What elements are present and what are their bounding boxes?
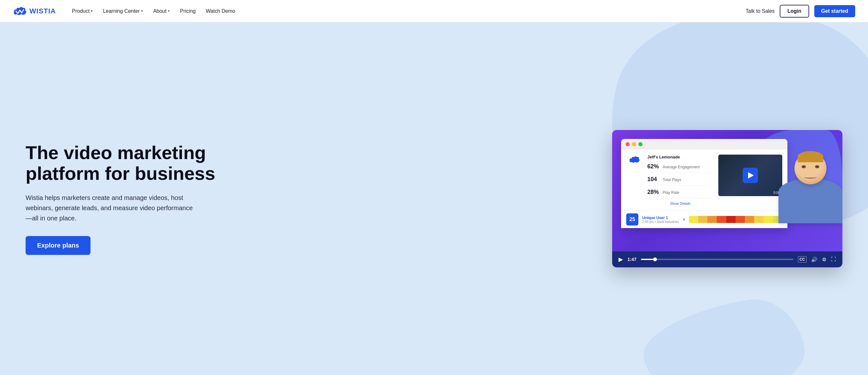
play-button[interactable] (743, 168, 758, 183)
nav-learning-label: Learning Center (103, 8, 140, 14)
stat-value-total-plays: 104 (647, 176, 659, 183)
stat-value-engagement: 62% (647, 163, 659, 170)
chevron-down-icon: ▾ (91, 9, 93, 13)
nav-item-about[interactable]: About ▾ (149, 6, 174, 16)
video-time-display: 1:47 (627, 257, 637, 262)
video-thumbnail[interactable]: 0:00 (718, 155, 782, 196)
nav-watch-demo-label: Watch Demo (206, 8, 236, 14)
wistia-sidebar-logo-icon (629, 156, 640, 164)
chevron-down-icon: ▾ (168, 9, 170, 13)
stat-row-total-plays: 104 Total Plays (647, 176, 713, 185)
video-card-background: Jeff's Lemonade 62% Average Engagement 1… (612, 130, 842, 251)
mac-titlebar (621, 139, 787, 149)
user-number-avatar: 25 (626, 213, 639, 226)
mac-dot-yellow (632, 142, 636, 146)
mac-dot-red (626, 142, 630, 146)
navbar: WISTIA Product ▾ Learning Center ▾ About… (0, 0, 868, 22)
nav-right: Talk to Sales Login Get started (745, 5, 855, 18)
show-details-link[interactable]: Show Details (647, 202, 713, 205)
wistia-logo-icon (13, 6, 27, 16)
heatmap-bar (689, 216, 782, 223)
mac-video-title: Jeff's Lemonade (647, 155, 713, 159)
volume-button[interactable]: 🔊 (811, 257, 817, 263)
user-info: Unique User 1 2:46 pm • Stark Industries (642, 216, 679, 224)
hero-heading: The video marketing platform for busines… (26, 142, 224, 184)
stat-label-engagement: Average Engagement (663, 165, 700, 169)
hero-section: The video marketing platform for busines… (0, 22, 868, 375)
mac-window-mockup: Jeff's Lemonade 62% Average Engagement 1… (621, 139, 787, 228)
user-name: Unique User 1 (642, 216, 679, 220)
logo-text: WISTIA (29, 7, 56, 15)
nav-item-pricing[interactable]: Pricing (176, 6, 200, 16)
talk-to-sales-link[interactable]: Talk to Sales (745, 8, 775, 14)
heatmap-seg-7 (745, 216, 754, 223)
login-button[interactable]: Login (780, 5, 809, 18)
stat-row-play-rate: 28% Play Rate (647, 189, 713, 198)
heatmap-seg-2 (698, 216, 708, 223)
nav-about-label: About (153, 8, 167, 14)
person-head (795, 152, 827, 184)
stat-label-total-plays: Total Plays (663, 178, 681, 182)
person-smile (804, 176, 817, 178)
heatmap-seg-4 (717, 216, 726, 223)
heatmap-seg-5 (726, 216, 736, 223)
video-player-card: Jeff's Lemonade 62% Average Engagement 1… (612, 130, 842, 267)
logo[interactable]: WISTIA (13, 6, 56, 16)
heatmap-seg-6 (736, 216, 745, 223)
person-body (778, 178, 842, 223)
hero-visual: Jeff's Lemonade 62% Average Engagement 1… (224, 130, 842, 267)
nav-product-label: Product (72, 8, 90, 14)
mac-stats-panel: Jeff's Lemonade 62% Average Engagement 1… (647, 155, 713, 205)
play-triangle-icon (748, 172, 754, 178)
video-control-icons: CC 🔊 ⚙ ⛶ (798, 256, 836, 263)
heatmap-seg-8 (754, 216, 764, 223)
heatmap-seg-9 (764, 216, 773, 223)
video-progress-dot (653, 258, 657, 261)
explore-plans-button[interactable]: Explore plans (26, 236, 91, 255)
person-hair (798, 151, 823, 162)
person-glasses-left (802, 165, 806, 168)
video-controls-bar: ▶ 1:47 CC 🔊 ⚙ ⛶ (612, 251, 842, 267)
user-row-chevron-icon: ▾ (683, 217, 685, 222)
nav-links: Product ▾ Learning Center ▾ About ▾ Pric… (67, 6, 745, 16)
hero-subtext: Wistia helps marketers create and manage… (26, 193, 198, 223)
fullscreen-button[interactable]: ⛶ (831, 257, 836, 262)
stat-row-engagement: 62% Average Engagement (647, 163, 713, 173)
play-button-overlay[interactable] (718, 155, 782, 196)
stat-value-play-rate: 28% (647, 189, 659, 196)
mac-footer-heatmap: 25 Unique User 1 2:46 pm • Stark Industr… (621, 210, 787, 228)
settings-button[interactable]: ⚙ (822, 257, 827, 263)
hero-content: The video marketing platform for busines… (26, 142, 224, 255)
play-pause-button[interactable]: ▶ (619, 256, 623, 263)
nav-item-watch-demo[interactable]: Watch Demo (202, 6, 240, 16)
user-subtitle: 2:46 pm • Stark Industries (642, 220, 679, 224)
heatmap-seg-3 (708, 216, 717, 223)
mac-content: Jeff's Lemonade 62% Average Engagement 1… (621, 149, 787, 210)
closed-captions-button[interactable]: CC (798, 256, 807, 263)
nav-item-learning-center[interactable]: Learning Center ▾ (98, 6, 148, 16)
heatmap-seg-1 (689, 216, 698, 223)
stat-label-play-rate: Play Rate (663, 191, 679, 195)
get-started-button[interactable]: Get started (814, 5, 855, 17)
mac-dot-green (639, 142, 643, 146)
chevron-down-icon: ▾ (141, 9, 143, 13)
nav-pricing-label: Pricing (180, 8, 196, 14)
video-progress-fill (641, 259, 653, 260)
nav-item-product[interactable]: Product ▾ (67, 6, 97, 16)
mac-sidebar (626, 155, 642, 205)
person-glasses-right (815, 165, 819, 168)
person-cutout (775, 152, 842, 235)
video-progress-bar[interactable] (641, 259, 794, 260)
